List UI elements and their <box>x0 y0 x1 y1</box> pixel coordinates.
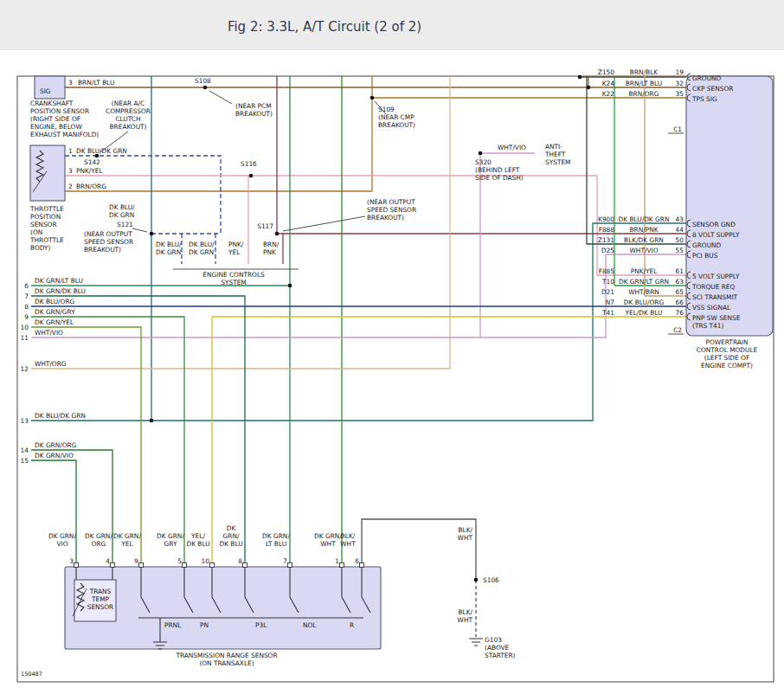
pcm-c2-row-code: Z131 <box>598 236 614 244</box>
trs-pin <box>139 563 144 568</box>
pcm-c2-row-color: DK BLU/ORG <box>624 299 665 306</box>
pcm-c1-row-pin: 35 <box>676 90 684 98</box>
tps-pin3-wire: PNK/YEL <box>76 167 104 175</box>
splice-s109-dot <box>370 96 375 100</box>
pcm-connector-c2-label: C2 <box>673 326 682 334</box>
splice-s108-dot <box>203 86 208 90</box>
row-number: 6 <box>24 282 29 290</box>
wiring-diagram: Fig 2: 3.3L, A/T Circuit (2 of 2) 150487 <box>0 0 784 694</box>
pcm-c2-row-function: SENSOR GND <box>692 221 736 228</box>
pcm-c1-row-code: K24 <box>602 80 615 87</box>
row-number: 15 <box>21 457 29 465</box>
position-label-r: R <box>350 621 354 629</box>
row-wire-label: DK GRN/ORG <box>35 441 77 449</box>
junction-dot <box>150 419 154 423</box>
position-label-pn: PN <box>200 621 209 629</box>
pcm-c1-row-pin: 19 <box>676 68 684 76</box>
tps-pin1-number: 1 <box>68 147 73 155</box>
pcm-c2-row-color: YEL/DK BLU <box>625 309 663 317</box>
pcm-c1-row-code: Z150 <box>598 68 614 76</box>
row-number: 12 <box>21 365 29 373</box>
row-number: 11 <box>21 334 29 342</box>
pcm-c2-row-function: VSS SIGNAL <box>692 304 731 312</box>
trs-pin <box>111 563 115 568</box>
blk-wht-lower-label: BLK/WHT <box>458 608 473 624</box>
pcm-c1-row-color: BRN/LT BLU <box>626 80 662 87</box>
row-wire-label: DK BLU/ORG <box>35 298 75 305</box>
pcm-c2-row-color: WHT/BRN <box>628 288 659 296</box>
pcm-c2-row-function: SCI TRANSMIT <box>692 293 738 301</box>
row-wire-label: DK GRN/LT BLU <box>35 277 83 285</box>
junction-dot <box>288 284 292 288</box>
splice-s116-label: S116 <box>241 160 257 168</box>
doc-number: 150487 <box>21 671 42 678</box>
ecs-drop-label: DK BLU/DK GRN <box>156 241 182 256</box>
trs-pin-number: 3 <box>69 557 74 565</box>
trs-pin <box>183 563 187 568</box>
splice-s142-label: S142 <box>84 158 100 166</box>
position-label-p3l: P3L <box>255 621 267 629</box>
trs-pin <box>74 563 79 568</box>
trs-pin-number: 1 <box>335 557 339 565</box>
trs-pin-wire-label: DK GRN/LT BLU <box>262 532 290 548</box>
trs-pin-wire-label: BLK/WHT <box>340 532 356 548</box>
pcm-c2-row-function: PNP SW SENSE <box>692 314 741 322</box>
pcm-c2-row-color: DK GRN/LT GRN <box>619 278 669 286</box>
splice-s106-dot <box>474 578 479 582</box>
tps-pin2-number: 2 <box>68 183 73 190</box>
blk-wht-upper-label: BLK/WHT <box>458 526 473 542</box>
pcm-c2-row-pin: 43 <box>676 215 684 223</box>
tps-pin2-wire: BRN/ORG <box>76 183 106 190</box>
pcm-c2-row-function: PCI BUS <box>692 252 718 260</box>
trs-pin <box>360 563 364 568</box>
pcm-breakout-note: (NEAR PCMBREAKOUT) <box>235 102 273 118</box>
pcm-c2-row-pin: 61 <box>676 267 684 275</box>
row-wire-label: DK GRN/VIO <box>35 452 74 459</box>
ecs-drop-label: DK BLU/DK GRN <box>189 241 215 256</box>
pcm-c1-row-function: GROUND <box>692 74 722 82</box>
pcm-c2-row-color: BLK/DK GRN <box>624 236 664 244</box>
splice-s320-dot <box>479 151 483 156</box>
pcm-c2-row-code: N7 <box>606 299 615 306</box>
splice-s106-label: S106 <box>483 576 499 584</box>
pcm-c2-row-pin: 63 <box>676 278 684 286</box>
ckp-wire-label: BRN/LT BLU <box>78 79 114 87</box>
trs-pin <box>210 563 215 568</box>
pcm-c2-row-code: K900 <box>598 215 614 223</box>
tps-box <box>30 145 65 201</box>
pcm-c2-row-code: T41 <box>601 309 614 317</box>
pcm-c2-row-pin: 55 <box>676 247 684 254</box>
pcm-c2-row-code: D21 <box>601 288 614 296</box>
pcm-c2-row-color: PNK/YEL <box>631 267 659 275</box>
trs-pin-number: 7 <box>283 557 287 565</box>
trs-pin <box>243 563 247 568</box>
row-number: 10 <box>21 324 29 331</box>
pcm-c2-row-function2: (TRS T41) <box>692 322 723 330</box>
pcm-c2-row-function: 5 VOLT SUPPLY <box>692 273 740 280</box>
splice-s116-dot <box>249 174 254 178</box>
splice-s121-label: S121 <box>117 221 133 228</box>
row-wire-label: DK BLU/DK GRN <box>35 412 86 420</box>
row-wire-label: DK GRN/YEL <box>35 318 74 326</box>
trs-pin-number: 8 <box>238 557 242 565</box>
splice-s117-dot <box>275 232 280 236</box>
row-number: 13 <box>21 417 29 425</box>
row-number: 7 <box>24 292 29 300</box>
pcm-c2-row-pin: 76 <box>676 309 684 317</box>
pcm-c2-row-code: D25 <box>601 247 614 254</box>
pcm-c2-row-pin: 50 <box>676 236 684 244</box>
trs-pin-number: 6 <box>355 557 359 565</box>
pcm-c1-row-code: K22 <box>602 90 614 98</box>
pcm-c2-row-function: GROUND <box>692 241 722 249</box>
junction-dot <box>587 86 591 90</box>
pcm-c1-row-pin: 32 <box>676 80 684 87</box>
pcm-c2-row-function: 8 VOLT SUPPLY <box>692 231 740 239</box>
page-title: Fig 2: 3.3L, A/T Circuit (2 of 2) <box>228 19 421 35</box>
trs-pin-number: 4 <box>106 557 110 565</box>
pcm-connector-c1-label: C1 <box>673 125 682 133</box>
pcm-c2-row-color: WHT/VIO <box>630 247 659 254</box>
dk-blu-dk-grn-label: DK BLU/DK GRN <box>109 203 135 219</box>
row-number: 9 <box>24 313 29 321</box>
pcm-c2-row-pin: 66 <box>676 299 684 306</box>
trs-pin-number: 9 <box>134 557 138 565</box>
